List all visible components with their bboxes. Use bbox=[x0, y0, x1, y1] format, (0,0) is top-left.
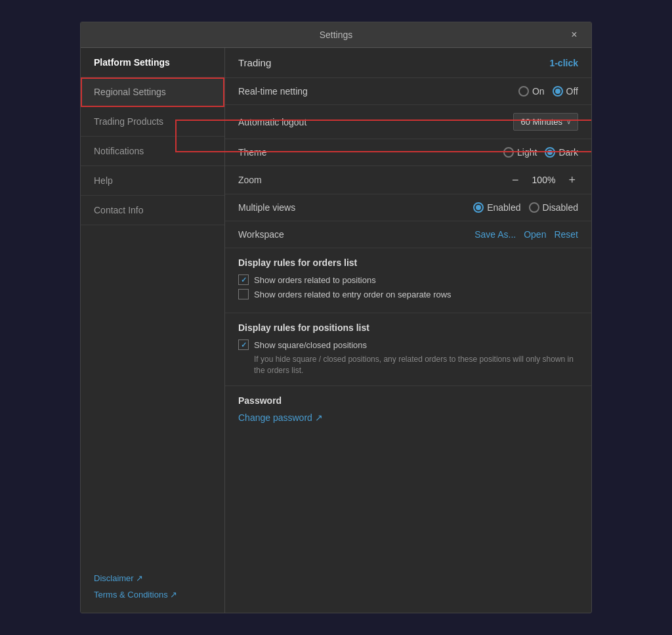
sidebar-item-regional-settings[interactable]: Regional Settings bbox=[81, 77, 224, 107]
modal-body: Platform Settings Regional Settings Trad… bbox=[81, 48, 591, 613]
workspace-label: Workspace bbox=[238, 229, 284, 240]
logout-dropdown-arrow: ∨ bbox=[566, 118, 571, 125]
zoom-plus-button[interactable]: + bbox=[566, 174, 578, 186]
workspace-reset-button[interactable]: Reset bbox=[554, 229, 578, 240]
sidebar-item-contact-info[interactable]: Contact Info bbox=[81, 196, 224, 225]
trading-label: Trading bbox=[238, 57, 271, 68]
sidebar-item-trading-products[interactable]: Trading Products bbox=[81, 107, 224, 137]
checkbox-row-square-closed: Show square/closed positions bbox=[238, 339, 578, 350]
zoom-control: − 100% + bbox=[509, 174, 578, 186]
multiple-views-row: Multiple views Enabled Disabled bbox=[225, 194, 591, 221]
zoom-value: 100% bbox=[530, 175, 556, 185]
theme-dark-option[interactable]: Dark bbox=[545, 147, 578, 158]
password-title: Password bbox=[238, 395, 578, 406]
checkbox-orders-entry[interactable] bbox=[238, 289, 249, 299]
theme-light-radio[interactable] bbox=[503, 147, 514, 158]
checkbox-orders-positions-label: Show orders related to positions bbox=[254, 275, 376, 285]
settings-modal: Settings × Platform Settings Regional Se… bbox=[80, 22, 592, 613]
real-time-netting-row: Real-time netting On Off bbox=[225, 78, 591, 105]
trading-section-header: Trading 1-click bbox=[225, 48, 591, 78]
views-enabled-option[interactable]: Enabled bbox=[473, 202, 520, 213]
workspace-row: Workspace Save As... Open Reset bbox=[225, 221, 591, 248]
sidebar-item-help[interactable]: Help bbox=[81, 166, 224, 196]
views-enabled-label: Enabled bbox=[487, 202, 520, 213]
theme-row: Theme Light Dark bbox=[225, 139, 591, 166]
terms-link[interactable]: Terms & Conditions ↗ bbox=[94, 590, 211, 600]
real-time-netting-control: On Off bbox=[518, 86, 578, 97]
checkbox-square-closed-label: Show square/closed positions bbox=[254, 340, 367, 350]
zoom-minus-button[interactable]: − bbox=[509, 174, 522, 186]
modal-header: Settings × bbox=[81, 22, 591, 48]
content-panel: Trading 1-click Real-time netting On Off bbox=[225, 48, 591, 613]
multiple-views-control: Enabled Disabled bbox=[473, 202, 578, 213]
workspace-controls: Save As... Open Reset bbox=[474, 229, 578, 240]
netting-on-radio[interactable] bbox=[518, 86, 529, 97]
netting-off-label: Off bbox=[566, 86, 578, 97]
theme-light-option[interactable]: Light bbox=[503, 147, 537, 158]
theme-dark-label: Dark bbox=[558, 147, 578, 158]
positions-hint-text: If you hide square / closed positions, a… bbox=[238, 354, 578, 376]
checkbox-row-orders-positions: Show orders related to positions bbox=[238, 274, 578, 285]
display-orders-title: Display rules for orders list bbox=[238, 257, 578, 268]
checkbox-orders-entry-label: Show orders related to entry order on se… bbox=[254, 290, 452, 299]
sidebar-footer: Disclaimer ↗ Terms & Conditions ↗ bbox=[81, 560, 224, 613]
one-click-link[interactable]: 1-click bbox=[549, 58, 578, 68]
change-password-link[interactable]: Change password ↗ bbox=[238, 412, 578, 423]
netting-off-radio[interactable] bbox=[553, 86, 563, 97]
display-orders-section: Display rules for orders list Show order… bbox=[225, 248, 591, 313]
sidebar-item-platform-settings[interactable]: Platform Settings bbox=[81, 48, 224, 77]
automatic-logout-row: Automatic logout 60 Minutes ∨ bbox=[225, 105, 591, 139]
real-time-netting-label: Real-time netting bbox=[238, 86, 308, 97]
close-button[interactable]: × bbox=[568, 29, 581, 41]
views-disabled-label: Disabled bbox=[543, 202, 578, 213]
password-section: Password Change password ↗ bbox=[225, 386, 591, 432]
theme-light-label: Light bbox=[517, 147, 537, 158]
checkbox-square-closed[interactable] bbox=[238, 339, 249, 350]
checkbox-row-orders-entry: Show orders related to entry order on se… bbox=[238, 289, 578, 299]
theme-label: Theme bbox=[238, 147, 267, 158]
sidebar: Platform Settings Regional Settings Trad… bbox=[81, 48, 225, 613]
disclaimer-link[interactable]: Disclaimer ↗ bbox=[94, 573, 211, 583]
logout-dropdown[interactable]: 60 Minutes ∨ bbox=[513, 113, 578, 131]
logout-value: 60 Minutes bbox=[520, 117, 562, 127]
display-positions-section: Display rules for positions list Show sq… bbox=[225, 313, 591, 386]
theme-dark-radio[interactable] bbox=[545, 147, 555, 158]
checkbox-orders-positions[interactable] bbox=[238, 274, 249, 285]
modal-title: Settings bbox=[104, 30, 568, 40]
display-positions-title: Display rules for positions list bbox=[238, 322, 578, 333]
sidebar-item-notifications[interactable]: Notifications bbox=[81, 137, 224, 166]
netting-off-option[interactable]: Off bbox=[553, 86, 578, 97]
automatic-logout-label: Automatic logout bbox=[238, 117, 306, 127]
netting-on-label: On bbox=[532, 86, 545, 97]
views-enabled-radio[interactable] bbox=[473, 202, 484, 213]
views-disabled-radio[interactable] bbox=[529, 202, 539, 213]
workspace-save-as-button[interactable]: Save As... bbox=[474, 229, 516, 240]
zoom-label: Zoom bbox=[238, 175, 262, 185]
theme-control: Light Dark bbox=[503, 147, 578, 158]
modal-overlay: Settings × Platform Settings Regional Se… bbox=[0, 0, 672, 635]
netting-on-option[interactable]: On bbox=[518, 86, 545, 97]
workspace-open-button[interactable]: Open bbox=[524, 229, 546, 240]
multiple-views-label: Multiple views bbox=[238, 202, 295, 213]
zoom-row: Zoom − 100% + bbox=[225, 166, 591, 194]
views-disabled-option[interactable]: Disabled bbox=[529, 202, 578, 213]
